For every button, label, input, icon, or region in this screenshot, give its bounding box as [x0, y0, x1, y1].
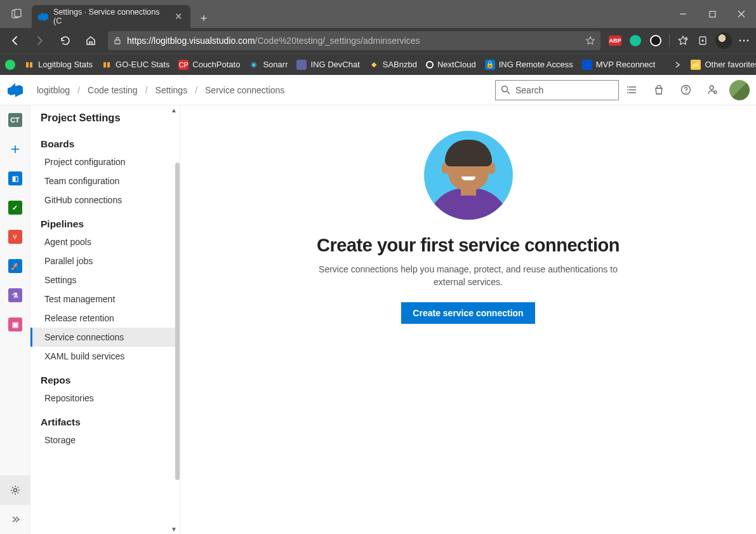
list-icon[interactable]	[619, 75, 646, 105]
svg-point-22	[627, 92, 628, 93]
maximize-button[interactable]	[698, 1, 727, 27]
close-window-button[interactable]	[727, 1, 756, 27]
minimize-button[interactable]	[668, 1, 698, 27]
rail-add[interactable]	[0, 135, 30, 164]
page-heading: Create your first service connection	[317, 235, 620, 256]
bookmarks-bar: ▮▮Logitblog Stats ▮▮GO-EUC Stats CPCouch…	[0, 53, 756, 75]
svg-point-25	[710, 86, 713, 90]
sidebar-item[interactable]: XAML build services	[30, 347, 180, 366]
tab-actions-button[interactable]	[5, 3, 28, 25]
marketplace-icon[interactable]	[646, 75, 672, 105]
scroll-up-icon[interactable]: ▲	[171, 107, 177, 114]
sidebar-item[interactable]: Repositories	[30, 389, 180, 408]
rail-project[interactable]: CT	[0, 105, 30, 135]
bookmark-item[interactable]: CPCouchPotato	[178, 60, 240, 70]
svg-point-15	[502, 86, 508, 92]
breadcrumb-project[interactable]: Code testing	[88, 85, 138, 95]
rail-test-plans[interactable]: ⚗	[0, 281, 30, 310]
gear-icon	[10, 484, 21, 496]
app-header: logitblog / Code testing / Settings / Se…	[0, 75, 756, 105]
grammarly-extension-icon[interactable]	[626, 31, 645, 50]
rail-boards[interactable]: ✓	[0, 193, 30, 222]
search-icon	[501, 85, 510, 95]
back-button[interactable]	[3, 29, 27, 52]
sidebar-item[interactable]: Settings	[30, 270, 180, 290]
sidebar-item-service-connections[interactable]: Service connections	[30, 328, 180, 347]
svg-point-14	[747, 40, 749, 42]
azure-devops-logo[interactable]	[0, 75, 30, 105]
url-text: https://logitblog.visualstudio.com/Code%…	[127, 36, 420, 46]
svg-rect-6	[115, 40, 120, 44]
other-favorites[interactable]: 📁Other favorites	[691, 60, 756, 70]
sidebar-title: Project Settings	[30, 105, 180, 130]
sidebar-item[interactable]: Parallel jobs	[30, 251, 180, 270]
azure-devops-favicon	[38, 11, 48, 22]
breadcrumb-separator: /	[77, 85, 80, 95]
rail-repos[interactable]: ⑂	[0, 222, 30, 251]
breadcrumb-org[interactable]: logitblog	[37, 85, 70, 95]
sidebar-section-repos: Repos	[30, 366, 180, 389]
browser-tab[interactable]: Settings · Service connections (C ✕	[32, 5, 190, 28]
sidebar-item[interactable]: Storage	[30, 431, 180, 450]
bookmark-item[interactable]: ING DevChat	[296, 60, 359, 70]
svg-point-24	[685, 92, 686, 93]
favorite-star-icon[interactable]	[585, 36, 595, 46]
rail-pipelines[interactable]: 🚀	[0, 251, 30, 281]
adblock-extension-icon[interactable]: ABP	[606, 31, 625, 50]
collections-icon[interactable]	[694, 31, 713, 50]
browser-toolbar: https://logitblog.visualstudio.com/Code%…	[0, 28, 756, 53]
settings-sidebar: Project Settings ▲ Service hooks Dashboa…	[30, 105, 180, 534]
svg-point-21	[627, 90, 628, 91]
window-controls	[668, 1, 756, 27]
sidebar-item[interactable]: Team configuration	[30, 171, 180, 190]
extension-icon[interactable]	[646, 31, 665, 50]
svg-point-29	[13, 489, 17, 492]
rail-collapse[interactable]	[0, 505, 30, 534]
bookmark-item[interactable]: ◆SABnzbd	[369, 60, 417, 70]
bookmark-item[interactable]: ▮▮Logitblog Stats	[24, 60, 93, 70]
svg-line-16	[507, 91, 510, 94]
app-body: CT ◧ ✓ ⑂ 🚀 ⚗ ▣ Project Settings ▲ Servic…	[0, 105, 756, 534]
breadcrumb-settings[interactable]: Settings	[156, 85, 188, 95]
sidebar-item[interactable]: Release retention	[30, 309, 180, 328]
sidebar-item[interactable]: GitHub connections	[30, 190, 180, 210]
bookmark-item[interactable]: ◉Sonarr	[249, 60, 288, 70]
divider	[669, 34, 670, 47]
home-button[interactable]	[79, 29, 103, 52]
rail-artifacts[interactable]: ▣	[0, 310, 30, 339]
rail-overview[interactable]: ◧	[0, 164, 30, 193]
help-icon[interactable]	[672, 75, 699, 105]
address-bar[interactable]: https://logitblog.visualstudio.com/Code%…	[108, 31, 600, 50]
sidebar-item[interactable]: Agent pools	[30, 232, 180, 251]
svg-point-12	[739, 40, 741, 42]
close-tab-icon[interactable]: ✕	[173, 10, 184, 23]
new-tab-button[interactable]: +	[194, 9, 213, 28]
sidebar-section-boards: Boards	[30, 130, 180, 152]
rail-project-settings[interactable]	[0, 476, 30, 505]
bookmark-item[interactable]: ▮▮GO-EUC Stats	[102, 60, 169, 70]
forward-button[interactable]	[28, 29, 52, 52]
bookmark-item[interactable]: 🔒ING Remote Access	[485, 60, 573, 70]
user-settings-icon[interactable]	[699, 75, 726, 105]
search-input[interactable]: Search	[495, 80, 619, 100]
sidebar-item[interactable]: Project configuration	[30, 152, 180, 171]
bookmark-item[interactable]: NextCloud	[426, 60, 476, 69]
refresh-button[interactable]	[53, 29, 77, 52]
scroll-down-icon[interactable]: ▼	[171, 526, 177, 533]
bookmark-item[interactable]: MVP Reconnect	[582, 60, 656, 70]
breadcrumb-page[interactable]: Service connections	[205, 85, 284, 95]
more-menu-icon[interactable]	[734, 31, 753, 50]
bookmark-overflow-icon[interactable]	[673, 60, 682, 69]
svg-point-13	[743, 40, 745, 42]
bookmark-whatsapp[interactable]	[5, 60, 15, 70]
profile-avatar[interactable]	[714, 31, 733, 50]
scrollbar[interactable]	[175, 163, 180, 480]
favorites-icon[interactable]	[673, 31, 693, 50]
user-avatar[interactable]	[729, 80, 750, 100]
sidebar-section-pipelines: Pipelines	[30, 210, 180, 232]
main-content: Create your first service connection Ser…	[180, 105, 756, 534]
create-service-connection-button[interactable]: Create service connection	[401, 302, 534, 324]
breadcrumb: logitblog / Code testing / Settings / Se…	[37, 85, 284, 95]
sidebar-item[interactable]: Test management	[30, 290, 180, 309]
site-info-icon[interactable]	[113, 36, 122, 45]
